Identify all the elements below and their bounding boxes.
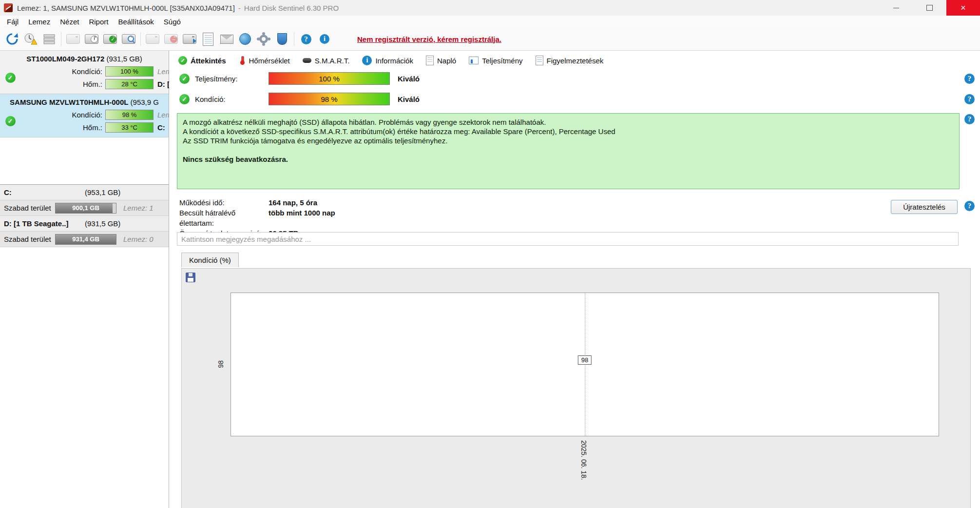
health-status-box: A mozgó alkatrész nélküli meghajtó (SSD)… xyxy=(177,113,960,189)
tab-figyelmeztetesek[interactable]: Figyelmeztetések xyxy=(529,54,610,67)
report-icon[interactable] xyxy=(199,30,217,48)
comment-input[interactable] xyxy=(177,232,959,246)
register-link[interactable]: Nem regisztrált verzió, kérem regisztrál… xyxy=(357,35,501,43)
help-icon[interactable]: ? xyxy=(964,114,975,124)
status-line: A kondíciót a következő SSD-specifikus S… xyxy=(183,127,954,136)
warnings-document-icon xyxy=(536,56,543,65)
mail-icon[interactable] xyxy=(217,30,236,48)
tab-attekintes[interactable]: ✓ Áttekintés xyxy=(172,54,232,67)
thermometer-icon xyxy=(239,56,246,65)
status-conclusion: Nincs szükség beavatkozásra. xyxy=(183,155,954,164)
disk-list-item-0[interactable]: ST1000LM049-2GH172 (931,5 GB) ✓ Kondíció… xyxy=(0,51,169,94)
help-icon[interactable]: ? xyxy=(297,30,315,48)
disk-title: SAMSUNG MZVLW1T0HMLH-000L (953,9 G xyxy=(0,97,169,108)
disk-ok-icon[interactable]: ✓ xyxy=(101,30,119,48)
disk-eject-icon[interactable] xyxy=(180,30,199,48)
stat-value: 164 nap, 5 óra xyxy=(269,197,335,208)
disk-menu-icon[interactable] xyxy=(40,30,58,48)
disk-title: ST1000LM049-2GH172 (931,5 GB) xyxy=(0,54,169,65)
drive-letter: C: xyxy=(157,123,165,132)
temperature-label: Hőm.: xyxy=(20,123,102,132)
stat-value: több mint 1000 nap xyxy=(269,208,335,228)
minimize-icon xyxy=(893,8,899,8)
partition-free-row: Szabad terület 900,1 GB Lemez: 1 xyxy=(0,200,169,216)
close-button[interactable]: × xyxy=(946,0,980,16)
chart-plot-area: 98 xyxy=(231,293,939,436)
free-space-bar: 931,4 GB xyxy=(55,234,116,245)
toolbar: ✓ – ? i Nem regisztrált verzió, kérem re… xyxy=(0,28,980,51)
condition-row: ✓ Kondíció: 98 % Kiváló xyxy=(179,93,420,105)
help-icon[interactable]: ? xyxy=(964,201,975,211)
menubar: Fájl Lemez Nézet Riport Beállítások Súgó xyxy=(0,16,980,28)
shield-icon[interactable] xyxy=(273,30,291,48)
disk-status-ok-icon: ✓ xyxy=(5,116,16,126)
window-title-app: Hard Disk Sentinel 6.30 PRO xyxy=(244,4,339,12)
condition-rating: Kiváló xyxy=(398,95,420,103)
performance-rating: Kiváló xyxy=(398,75,420,83)
ok-icon: ✓ xyxy=(179,94,190,104)
refresh-icon[interactable] xyxy=(3,30,21,48)
condition-chart-panel: 98 98 2025. 06. 18. xyxy=(181,268,971,508)
settings-gear-icon[interactable] xyxy=(254,30,273,48)
magnifier-icon xyxy=(128,36,134,42)
partition-free-row: Szabad terület 931,4 GB Lemez: 0 xyxy=(0,232,169,247)
disk-clock-icon[interactable] xyxy=(82,30,101,48)
tab-naplo[interactable]: Napló xyxy=(420,54,462,67)
menu-fajl[interactable]: Fájl xyxy=(2,16,23,28)
performance-label: Teljesítmény: xyxy=(195,75,269,83)
app-logo-icon xyxy=(4,3,13,12)
condition-bar: 98 % xyxy=(105,110,154,120)
check-icon: ✓ xyxy=(178,56,187,65)
smart-icon xyxy=(303,58,311,63)
disk-status-ok-icon: ✓ xyxy=(5,73,16,83)
partition-row[interactable]: C: (953,1 GB) xyxy=(0,185,169,200)
network-icon[interactable] xyxy=(236,30,254,48)
window-controls: × xyxy=(879,0,980,16)
help-icon[interactable]: ? xyxy=(964,74,975,84)
window-title: Lemez: 1, SAMSUNG MZVLW1T0HMLH-000L [S35… xyxy=(17,4,339,12)
stat-label: Becsült hátralévő élettartam: xyxy=(179,208,269,228)
main-tabbar: ✓ Áttekintés Hőmérséklet S.M.A.R.T. i In… xyxy=(172,54,610,67)
performance-row: ✓ Teljesítmény: 100 % Kiváló xyxy=(179,72,420,85)
disk-group-icon[interactable] xyxy=(143,30,162,48)
toolbar-separator xyxy=(140,32,141,46)
disk-copy-icon[interactable] xyxy=(64,30,82,48)
tab-homerseklet[interactable]: Hőmérséklet xyxy=(232,54,296,67)
stat-label: Működési idő: xyxy=(179,197,269,208)
chart-y-axis-label: 98 xyxy=(217,360,225,368)
window-title-device: Lemez: 1, SAMSUNG MZVLW1T0HMLH-000L [S35… xyxy=(17,4,235,12)
partition-disk-index: Lemez: 0 xyxy=(123,235,154,243)
disk-list-item-1[interactable]: SAMSUNG MZVLW1T0HMLH-000L (953,9 G ✓ Kon… xyxy=(0,94,169,137)
ok-icon: ✓ xyxy=(179,74,190,84)
disk-search-icon[interactable] xyxy=(119,30,138,48)
titlebar: Lemez: 1, SAMSUNG MZVLW1T0HMLH-000L [S35… xyxy=(0,0,980,16)
partition-list: C: (953,1 GB) Szabad terület 900,1 GB Le… xyxy=(0,184,169,247)
toolbar-separator xyxy=(294,32,294,46)
minimize-button[interactable] xyxy=(879,0,913,16)
disk-list-empty-area xyxy=(0,137,169,184)
info-icon[interactable]: i xyxy=(315,30,334,48)
partition-row[interactable]: D: [1 TB Seagate..] (931,5 GB) xyxy=(0,216,169,232)
alert-clock-icon[interactable] xyxy=(21,30,40,48)
maximize-icon xyxy=(926,5,933,11)
menu-riport[interactable]: Riport xyxy=(84,16,113,28)
menu-lemez[interactable]: Lemez xyxy=(23,16,55,28)
condition-label: Kondíció: xyxy=(195,95,269,103)
help-icon[interactable]: ? xyxy=(964,94,975,104)
save-chart-icon[interactable] xyxy=(186,273,195,282)
menu-sugo[interactable]: Súgó xyxy=(159,16,186,28)
tab-smart[interactable]: S.M.A.R.T. xyxy=(296,54,356,67)
menu-beallitasok[interactable]: Beállítások xyxy=(113,16,158,28)
disk-sidebar: ST1000LM049-2GH172 (931,5 GB) ✓ Kondíció… xyxy=(0,51,169,508)
main-panel: ✓ Áttekintés Hőmérséklet S.M.A.R.T. i In… xyxy=(169,51,980,508)
chart-x-axis-label: 2025. 06. 18. xyxy=(580,440,588,480)
temperature-bar: 28 °C xyxy=(105,79,154,89)
chart-point-label: 98 xyxy=(578,355,592,365)
tab-teljesitmeny[interactable]: Teljesítmény xyxy=(462,54,529,67)
tab-informaciok[interactable]: i Információk xyxy=(356,54,420,67)
chart-tab-kondicio[interactable]: Kondíció (%) xyxy=(181,253,239,267)
retest-button[interactable]: Újratesztelés xyxy=(891,200,958,214)
maximize-button[interactable] xyxy=(913,0,946,16)
menu-nezet[interactable]: Nézet xyxy=(55,16,84,28)
disk-remove-icon[interactable]: – xyxy=(162,30,180,48)
